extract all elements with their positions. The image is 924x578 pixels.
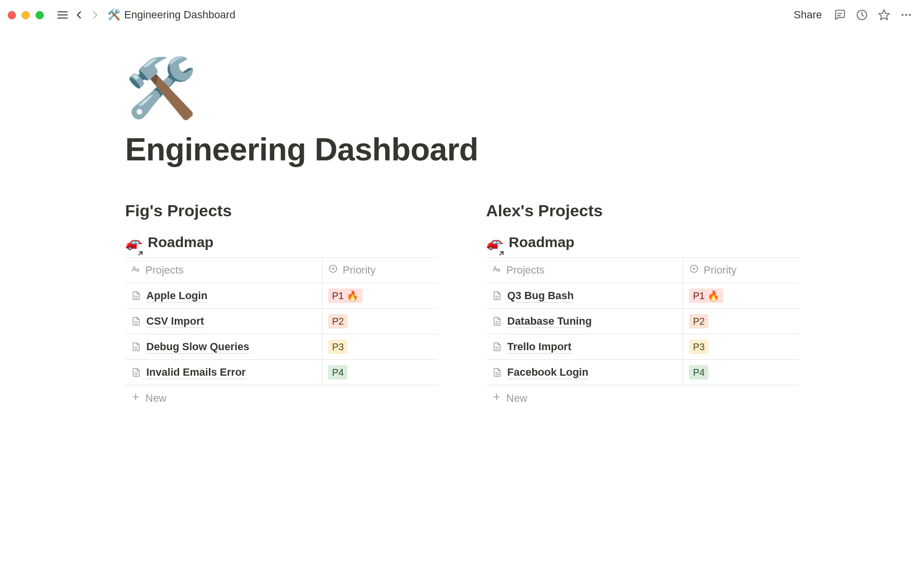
priority-tag: P2 — [328, 314, 347, 328]
priority-tag: P4 — [689, 365, 708, 380]
new-row-button[interactable]: New — [125, 385, 438, 409]
cell-projects[interactable]: CSV Import — [125, 309, 322, 334]
table-header-row: ProjectsPriority — [125, 258, 438, 283]
page-icon — [131, 367, 141, 378]
table-row[interactable]: Facebook LoginP4 — [486, 360, 799, 385]
priority-tag: P1 🔥 — [328, 289, 362, 303]
cell-projects[interactable]: Debug Slow Queries — [125, 334, 322, 359]
cell-projects[interactable]: Database Tuning — [486, 309, 683, 334]
page-icon — [492, 290, 502, 301]
svg-marker-13 — [332, 268, 335, 270]
cell-projects[interactable]: Apple Login — [125, 283, 322, 308]
linked-database-title[interactable]: 🚗Roadmap — [486, 234, 799, 250]
priority-tag: P4 — [328, 365, 347, 380]
cell-priority[interactable]: P4 — [322, 360, 438, 385]
database-icon: 🚗 — [486, 234, 504, 250]
forward-button[interactable] — [87, 7, 103, 23]
sidebar-toggle-button[interactable] — [54, 7, 71, 23]
favorite-button[interactable] — [876, 7, 892, 23]
select-property-icon — [328, 264, 338, 276]
table-row[interactable]: Trello ImportP3 — [486, 334, 799, 360]
database-icon: 🚗 — [125, 234, 143, 250]
page-icon — [131, 290, 141, 301]
columns: Fig's Projects🚗RoadmapProjectsPriorityAp… — [125, 201, 799, 409]
linked-database-title[interactable]: 🚗Roadmap — [125, 234, 438, 250]
linked-arrow-icon — [137, 244, 144, 252]
column-header-label: Projects — [506, 264, 544, 276]
priority-tag: P3 — [328, 340, 347, 354]
cell-priority[interactable]: P3 — [683, 334, 799, 359]
database-name: Roadmap — [148, 234, 214, 250]
breadcrumb-icon: 🛠️ — [107, 9, 120, 21]
table-row[interactable]: Invalid Emails ErrorP4 — [125, 360, 438, 385]
cell-priority[interactable]: P1 🔥 — [683, 283, 799, 308]
priority-tag: P1 🔥 — [689, 289, 723, 303]
page-link[interactable]: Invalid Emails Error — [146, 366, 246, 379]
breadcrumb-title: Engineering Dashboard — [124, 9, 235, 21]
page-title[interactable]: Engineering Dashboard — [125, 131, 799, 168]
column-header-projects[interactable]: Projects — [125, 258, 322, 283]
page-body: 🛠️ Engineering Dashboard Fig's Projects🚗… — [0, 30, 924, 409]
column-heading[interactable]: Alex's Projects — [486, 201, 799, 220]
new-row-label: New — [145, 392, 167, 405]
cell-projects[interactable]: Trello Import — [486, 334, 683, 359]
table-row[interactable]: Database TuningP2 — [486, 309, 799, 334]
linked-arrow-icon — [498, 244, 505, 252]
title-property-icon — [131, 264, 141, 276]
table-row[interactable]: Apple LoginP1 🔥 — [125, 283, 438, 309]
cell-projects[interactable]: Facebook Login — [486, 360, 683, 385]
cell-projects[interactable]: Q3 Bug Bash — [486, 283, 683, 308]
select-property-icon — [689, 264, 699, 276]
page-link[interactable]: Apple Login — [146, 289, 207, 302]
page-link[interactable]: Debug Slow Queries — [146, 341, 249, 354]
window-controls — [8, 11, 44, 19]
page-link[interactable]: CSV Import — [146, 315, 204, 328]
page-link[interactable]: Trello Import — [507, 341, 571, 354]
breadcrumb[interactable]: 🛠️ Engineering Dashboard — [107, 9, 235, 21]
plus-icon — [131, 392, 141, 405]
page-icon[interactable]: 🛠️ — [125, 59, 799, 117]
database-table: ProjectsPriorityApple LoginP1 🔥CSV Impor… — [125, 257, 438, 385]
priority-tag: P3 — [689, 340, 708, 354]
page-link[interactable]: Facebook Login — [507, 366, 589, 379]
column-heading[interactable]: Fig's Projects — [125, 201, 438, 220]
close-window-button[interactable] — [8, 11, 16, 19]
cell-priority[interactable]: P4 — [683, 360, 799, 385]
more-button[interactable] — [898, 7, 914, 23]
comments-button[interactable] — [832, 7, 848, 23]
svg-point-7 — [901, 14, 903, 16]
title-property-icon — [492, 264, 501, 276]
table-row[interactable]: CSV ImportP2 — [125, 309, 438, 334]
back-button[interactable] — [71, 7, 87, 23]
priority-tag: P2 — [689, 314, 708, 328]
new-row-button[interactable]: New — [486, 385, 799, 409]
database-table: ProjectsPriorityQ3 Bug BashP1 🔥Database … — [486, 257, 799, 385]
app-window: 🛠️ Engineering Dashboard Share 🛠️ Engine… — [0, 0, 924, 578]
page-icon — [492, 342, 502, 352]
column-header-priority[interactable]: Priority — [322, 258, 438, 283]
table-header-row: ProjectsPriority — [486, 258, 799, 283]
database-name: Roadmap — [509, 234, 575, 250]
column-header-priority[interactable]: Priority — [683, 258, 799, 283]
topbar: 🛠️ Engineering Dashboard Share — [0, 0, 924, 30]
fullscreen-window-button[interactable] — [36, 11, 44, 19]
cell-priority[interactable]: P1 🔥 — [322, 283, 438, 308]
table-row[interactable]: Debug Slow QueriesP3 — [125, 334, 438, 360]
cell-priority[interactable]: P2 — [683, 309, 799, 334]
column-header-label: Priority — [704, 264, 736, 276]
page-link[interactable]: Database Tuning — [507, 315, 592, 328]
updates-button[interactable] — [854, 7, 870, 23]
table-row[interactable]: Q3 Bug BashP1 🔥 — [486, 283, 799, 309]
page-icon — [131, 316, 141, 327]
share-button[interactable]: Share — [790, 7, 826, 23]
new-row-label: New — [506, 392, 527, 405]
cell-priority[interactable]: P2 — [322, 309, 438, 334]
column-header-label: Projects — [145, 264, 183, 276]
svg-marker-6 — [879, 10, 889, 20]
page-link[interactable]: Q3 Bug Bash — [507, 289, 574, 302]
cell-priority[interactable]: P3 — [322, 334, 438, 359]
column-header-projects[interactable]: Projects — [486, 258, 683, 283]
column-header-label: Priority — [343, 264, 375, 276]
cell-projects[interactable]: Invalid Emails Error — [125, 360, 322, 385]
minimize-window-button[interactable] — [22, 11, 30, 19]
